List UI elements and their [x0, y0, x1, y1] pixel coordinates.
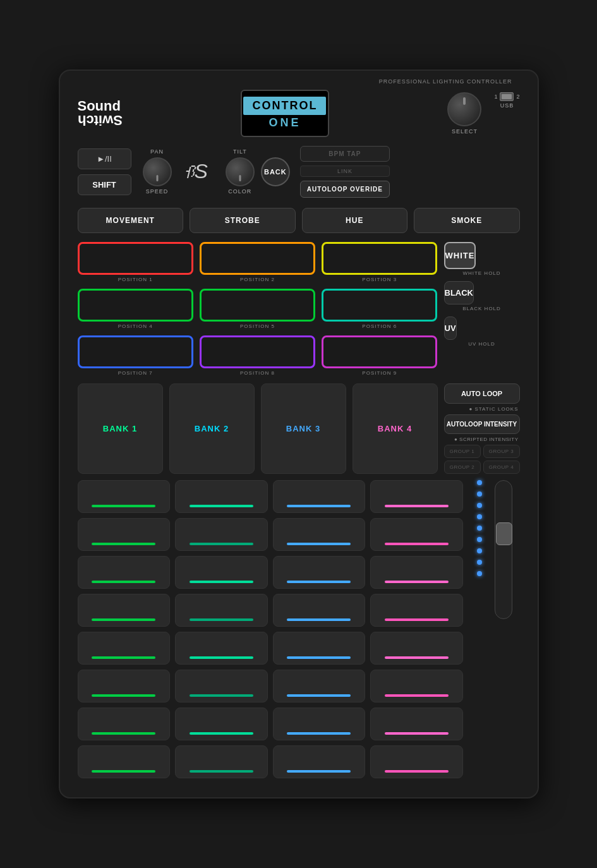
fader-track[interactable]	[495, 480, 512, 619]
pad-r7c4[interactable]	[370, 708, 463, 740]
usb-slot[interactable]	[500, 92, 514, 101]
select-knob-area: SELECT	[447, 92, 481, 135]
pad-r6c2[interactable]	[175, 670, 268, 702]
position-pad-1[interactable]	[78, 242, 193, 275]
bank-section: BANK 1 BANK 2 BANK 3 BANK 4 AUTO LOOP ● …	[78, 383, 520, 474]
fader-dot-5	[477, 526, 482, 531]
bank2-button[interactable]: BANK 2	[169, 383, 255, 474]
pad-r4c2[interactable]	[175, 594, 268, 627]
position-pad-7[interactable]	[78, 335, 193, 368]
pan-knob-group: PAN SPEED	[143, 148, 172, 195]
strobe-button[interactable]: STROBE	[190, 208, 296, 233]
autoloop-intensity-button[interactable]: AUTOLOOP INTENSITY	[444, 414, 520, 434]
bpm-tap-button[interactable]: BPM TAP	[300, 146, 390, 162]
pad-r7c3[interactable]	[273, 708, 366, 740]
autoloop-override-button[interactable]: AUTOLOOP OVERIDE	[300, 181, 390, 198]
pad-r3c1[interactable]	[78, 556, 171, 589]
position-label-6: POSITION 6	[362, 323, 397, 329]
pad-r5c1[interactable]	[78, 632, 171, 665]
shift-button[interactable]: SHIFT	[78, 174, 131, 195]
uv-button[interactable]: UV	[444, 316, 457, 340]
pad-r4c3[interactable]	[273, 594, 366, 627]
position-pad-4[interactable]	[78, 289, 193, 322]
group3-button[interactable]: GROUP 3	[483, 445, 520, 458]
bank3-button[interactable]: BANK 3	[261, 383, 346, 474]
pad-r1c3[interactable]	[273, 480, 366, 513]
pad-r8c4[interactable]	[370, 745, 463, 778]
pad-r6c4[interactable]	[370, 670, 463, 702]
position-label-4: POSITION 4	[118, 323, 153, 329]
pads-grid	[78, 480, 463, 778]
movement-button[interactable]: MOVEMENT	[78, 208, 184, 233]
bank4-button[interactable]: BANK 4	[353, 383, 438, 474]
pad-r6c1[interactable]	[78, 670, 171, 702]
group2-button[interactable]: GROUP 2	[444, 461, 481, 474]
black-hold-label: BLACK HOLD	[444, 306, 520, 311]
pad-r3c2[interactable]	[175, 556, 268, 589]
controller-body: PROFESSIONAL LIGHTING CONTROLLER Sound S…	[59, 69, 539, 799]
display-inner: CONTROL	[243, 97, 326, 115]
position-pad-wrap-4: POSITION 4	[78, 289, 193, 329]
usb-ports: 1 2	[494, 92, 519, 101]
position-pad-5[interactable]	[200, 289, 315, 322]
position-pad-wrap-1: POSITION 1	[78, 242, 193, 282]
pad-r4c4[interactable]	[370, 594, 463, 627]
hue-button[interactable]: HUE	[302, 208, 408, 233]
pad-r2c2[interactable]	[175, 518, 268, 551]
pad-r1c2[interactable]	[175, 480, 268, 513]
bank-right-col: AUTO LOOP ● STATIC LOOKS AUTOLOOP INTENS…	[444, 383, 520, 474]
back-button[interactable]: BACK	[261, 157, 290, 186]
fader-col	[469, 480, 520, 778]
play-shift-col: ►/II SHIFT	[78, 148, 131, 195]
position-pad-3[interactable]	[322, 242, 437, 275]
pan-knob[interactable]	[143, 157, 172, 186]
tilt-knob[interactable]	[226, 157, 255, 186]
brand-sound: Sound	[78, 99, 123, 113]
position-pad-8[interactable]	[200, 335, 315, 368]
auto-loop-button[interactable]: AUTO LOOP	[444, 383, 520, 404]
pad-r1c4[interactable]	[370, 480, 463, 513]
position-pad-6[interactable]	[322, 289, 437, 322]
pad-r5c4[interactable]	[370, 632, 463, 665]
pad-r8c1[interactable]	[78, 745, 171, 778]
static-looks-label: ● STATIC LOOKS	[444, 406, 520, 412]
pad-r2c3[interactable]	[273, 518, 366, 551]
white-button[interactable]: WHITE	[444, 242, 476, 269]
pad-r5c2[interactable]	[175, 632, 268, 665]
pad-r4c1[interactable]	[78, 594, 171, 627]
position-pad-wrap-9: POSITION 9	[322, 335, 437, 376]
fader-dot-2	[477, 491, 482, 497]
select-knob[interactable]	[447, 92, 481, 126]
bank1-button[interactable]: BANK 1	[78, 383, 163, 474]
pad-r7c1[interactable]	[78, 708, 171, 740]
black-button[interactable]: BLACK	[444, 281, 474, 304]
bank-grid: BANK 1 BANK 2 BANK 3 BANK 4	[78, 383, 438, 474]
fader-dot-1	[477, 480, 482, 485]
ss-logo: ꟗS	[184, 160, 208, 183]
pad-r7c2[interactable]	[175, 708, 268, 740]
pad-r3c4[interactable]	[370, 556, 463, 589]
pad-r8c2[interactable]	[175, 745, 268, 778]
pad-r1c1[interactable]	[78, 480, 171, 513]
tilt-label: TILT	[233, 148, 247, 155]
play-button[interactable]: ►/II	[78, 148, 131, 169]
position-label-3: POSITION 3	[362, 277, 397, 282]
position-pad-2[interactable]	[200, 242, 315, 275]
fader-handle[interactable]	[496, 522, 512, 545]
group1-button[interactable]: GROUP 1	[444, 445, 481, 458]
pad-r3c3[interactable]	[273, 556, 366, 589]
fader-dot-8	[477, 560, 482, 565]
pad-r2c4[interactable]	[370, 518, 463, 551]
pad-r6c3[interactable]	[273, 670, 366, 702]
position-pad-wrap-3: POSITION 3	[322, 242, 437, 282]
group4-button[interactable]: GROUP 4	[483, 461, 520, 474]
pad-r8c3[interactable]	[273, 745, 366, 778]
position-pad-9[interactable]	[322, 335, 437, 368]
pad-r2c1[interactable]	[78, 518, 171, 551]
pro-label: PROFESSIONAL LIGHTING CONTROLLER	[379, 78, 512, 85]
position-label-7: POSITION 7	[118, 370, 153, 376]
scripted-intensity-label: ● SCRIPTED INTENSITY	[444, 437, 520, 442]
smoke-button[interactable]: SMOKE	[414, 208, 520, 233]
pad-r5c3[interactable]	[273, 632, 366, 665]
black-hold-wrap: BLACK BLACK HOLD	[444, 281, 520, 311]
